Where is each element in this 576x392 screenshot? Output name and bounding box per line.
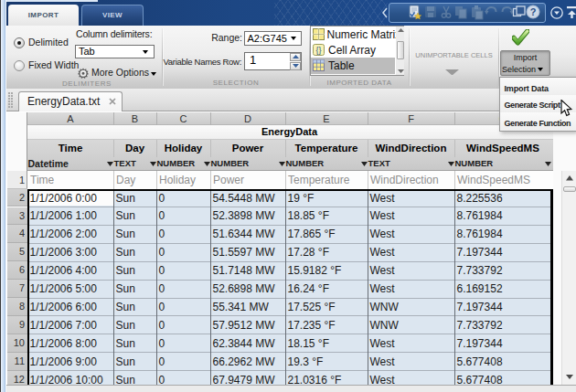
- svg-text:{}: {}: [315, 46, 321, 55]
- svg-text:?: ?: [529, 6, 536, 17]
